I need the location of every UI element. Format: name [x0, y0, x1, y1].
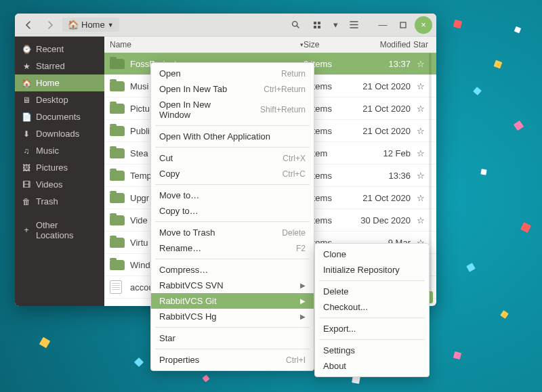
menu-item-label: Settings: [323, 345, 355, 355]
column-header-name[interactable]: Name▾: [110, 40, 304, 49]
menu-item[interactable]: Open With Other Application: [151, 129, 314, 144]
videos-icon: 🎞: [22, 180, 31, 190]
maximize-button[interactable]: [394, 16, 412, 34]
file-modified: 30 Dec 2020: [358, 215, 411, 225]
svg-rect-1: [314, 22, 316, 24]
menu-item[interactable]: OpenReturn: [151, 66, 314, 81]
star-icon[interactable]: ☆: [411, 81, 431, 91]
context-submenu-rabbitvcs-git: CloneInitialize RepositoryDeleteCheckout…: [314, 243, 430, 377]
menu-item-label: Cut: [159, 153, 173, 163]
close-button[interactable]: ×: [415, 16, 432, 34]
sidebar-item-label: Pictures: [36, 162, 68, 173]
menu-item[interactable]: RabbitVCS SVN▶: [151, 278, 314, 293]
sidebar-item-label: Starred: [36, 61, 65, 71]
menu-item[interactable]: Open In New WindowShift+Return: [151, 97, 314, 123]
star-icon[interactable]: ☆: [411, 193, 431, 203]
star-icon[interactable]: ☆: [411, 148, 431, 158]
menu-item[interactable]: Initialize Repository: [315, 262, 429, 278]
menu-item[interactable]: RabbitVCS Hg▶: [151, 309, 314, 324]
sidebar-item-other-locations[interactable]: +Other Locations: [15, 217, 104, 244]
star-icon[interactable]: ☆: [411, 126, 431, 136]
menu-item[interactable]: Settings: [315, 343, 429, 358]
star-icon[interactable]: ☆: [411, 171, 431, 181]
submenu-arrow-icon: ▶: [300, 282, 306, 289]
menu-item[interactable]: Move to…: [151, 188, 314, 203]
menu-item-accelerator: Ctrl+C: [283, 169, 306, 179]
sidebar-item-documents[interactable]: 📄Documents: [15, 108, 104, 125]
menu-item-label: Open With Other Application: [159, 131, 270, 141]
star-icon[interactable]: ☆: [411, 59, 431, 69]
path-bar[interactable]: 🏠 Home ▼: [62, 18, 119, 32]
menu-item-label: Copy: [159, 169, 180, 179]
menu-item[interactable]: CopyCtrl+C: [151, 166, 314, 181]
menu-item-label: Initialize Repository: [323, 265, 400, 275]
folder-icon: [110, 104, 125, 114]
menu-item[interactable]: About: [315, 358, 429, 374]
submenu-arrow-icon: ▶: [300, 313, 306, 320]
places-sidebar: ⌚Recent ★Starred 🏠Home 🖥Desktop 📄Documen…: [15, 37, 104, 306]
sidebar-item-pictures[interactable]: 🖼Pictures: [15, 159, 104, 176]
svg-rect-4: [318, 26, 320, 28]
search-button[interactable]: [286, 16, 305, 34]
sidebar-item-starred[interactable]: ★Starred: [15, 58, 104, 74]
column-header-size[interactable]: Size: [304, 40, 358, 49]
sidebar-item-home[interactable]: 🏠Home: [15, 74, 104, 91]
sidebar-item-trash[interactable]: 🗑Trash: [15, 193, 104, 210]
home-icon: 🏠: [68, 20, 79, 30]
menu-separator: [155, 147, 310, 148]
menu-item[interactable]: Clone: [315, 246, 429, 262]
sidebar-item-music[interactable]: ♫Music: [15, 142, 104, 159]
folder-icon: [110, 171, 125, 181]
menu-item-label: Move to Trash: [159, 227, 215, 238]
menu-item[interactable]: Move to TrashDelete: [151, 225, 314, 240]
menu-item-label: Clone: [323, 249, 346, 259]
menu-separator: [319, 339, 425, 340]
back-button[interactable]: [19, 16, 38, 34]
menu-item[interactable]: Delete: [315, 284, 429, 299]
menu-separator: [155, 184, 310, 185]
menu-item-label: About: [323, 361, 346, 371]
star-icon[interactable]: ☆: [411, 104, 431, 114]
menu-item-accelerator: Ctrl+I: [286, 355, 306, 365]
menu-item[interactable]: Compress…: [151, 262, 314, 278]
sidebar-item-label: Music: [36, 146, 59, 156]
sidebar-item-videos[interactable]: 🎞Videos: [15, 176, 104, 193]
menu-item[interactable]: PropertiesCtrl+I: [151, 352, 314, 368]
view-dropdown-button[interactable]: ▾: [329, 16, 341, 34]
forward-button[interactable]: [41, 16, 60, 34]
menu-item[interactable]: Star: [151, 330, 314, 346]
menu-item-accelerator: Shift+Return: [260, 105, 306, 114]
music-icon: ♫: [22, 146, 31, 156]
home-icon: 🏠: [22, 79, 31, 88]
download-icon: ⬇: [22, 129, 31, 139]
menu-item[interactable]: Copy to…: [151, 203, 314, 219]
titlebar: 🏠 Home ▼ ▾ — ×: [15, 14, 436, 37]
folder-icon: [110, 126, 125, 136]
file-modified: 13:36: [358, 171, 411, 181]
sidebar-item-downloads[interactable]: ⬇Downloads: [15, 125, 104, 142]
menu-item[interactable]: CutCtrl+X: [151, 150, 314, 166]
sidebar-item-recent[interactable]: ⌚Recent: [15, 41, 104, 58]
menu-item[interactable]: RabbitVCS Git▶: [151, 293, 314, 309]
menu-item[interactable]: Rename…F2: [151, 240, 314, 256]
file-modified: 13:37: [358, 59, 411, 69]
menu-item-label: Open In New Tab: [159, 84, 227, 94]
clock-icon: ⌚: [22, 45, 31, 54]
column-headers: Name▾ Size Modified Star: [104, 37, 436, 53]
menu-item[interactable]: Export...: [315, 321, 429, 336]
plus-icon: +: [22, 225, 31, 235]
menu-item-label: Properties: [159, 355, 199, 365]
menu-item[interactable]: Checkout...: [315, 299, 429, 315]
sidebar-item-desktop[interactable]: 🖥Desktop: [15, 91, 104, 108]
hamburger-button[interactable]: [344, 16, 363, 34]
column-header-modified[interactable]: Modified: [358, 40, 411, 49]
menu-separator: [155, 125, 310, 126]
minimize-button[interactable]: —: [374, 16, 392, 34]
column-header-star[interactable]: Star: [411, 40, 431, 49]
menu-item-label: RabbitVCS SVN: [159, 280, 224, 290]
view-mode-button[interactable]: [308, 16, 327, 34]
menu-item[interactable]: Open In New TabCtrl+Return: [151, 81, 314, 97]
file-modified: 12 Feb: [358, 148, 411, 158]
menu-item-label: RabbitVCS Git: [159, 296, 217, 306]
star-icon[interactable]: ☆: [411, 215, 431, 225]
